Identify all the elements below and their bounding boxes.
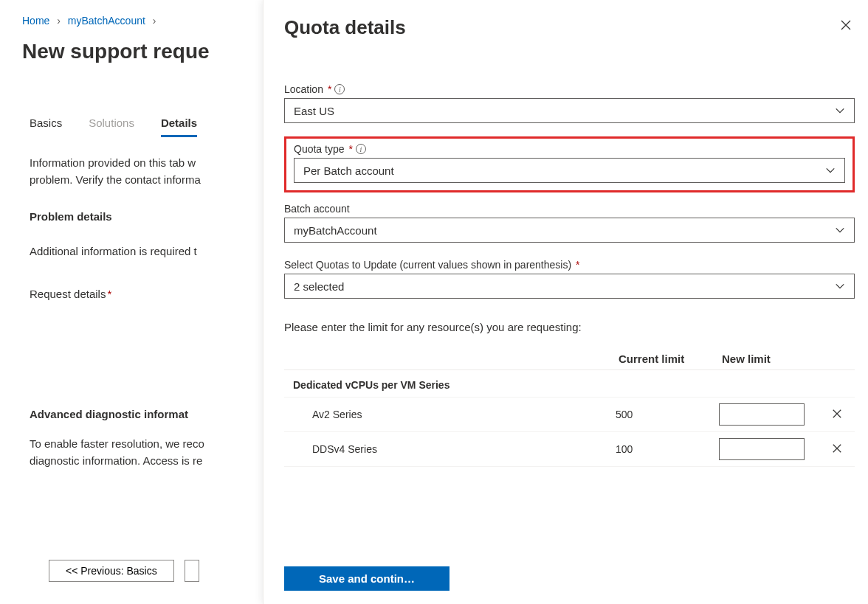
remove-row-button[interactable] xyxy=(832,443,842,456)
tab-basics[interactable]: Basics xyxy=(30,117,62,137)
new-limit-input[interactable] xyxy=(719,438,805,460)
breadcrumb-separator: › xyxy=(153,15,156,27)
row-current: 500 xyxy=(616,409,719,420)
next-button-partial[interactable] xyxy=(185,560,199,582)
col-new-limit: New limit xyxy=(722,353,825,365)
panel-footer: Save and contin… xyxy=(284,553,855,591)
breadcrumb-separator: › xyxy=(57,15,61,27)
quota-type-select[interactable]: Per Batch account xyxy=(294,158,845,183)
chevron-down-icon xyxy=(835,281,845,291)
tab-solutions[interactable]: Solutions xyxy=(89,117,134,137)
close-button[interactable] xyxy=(837,16,855,38)
close-icon xyxy=(840,19,852,31)
chevron-down-icon xyxy=(825,165,836,176)
table-group-row: Dedicated vCPUs per VM Series xyxy=(284,370,855,398)
table-header: Current limit New limit xyxy=(284,353,855,370)
table-row: DDSv4 Series 100 xyxy=(284,432,855,467)
previous-button[interactable]: << Previous: Basics xyxy=(49,560,174,582)
info-icon[interactable]: i xyxy=(334,84,345,94)
close-icon xyxy=(832,443,842,454)
bottom-bar: << Previous: Basics xyxy=(49,560,199,582)
save-and-continue-button[interactable]: Save and contin… xyxy=(284,566,450,591)
quota-type-highlight: Quota type* i Per Batch account xyxy=(284,136,855,192)
breadcrumb-account[interactable]: myBatchAccount xyxy=(68,15,145,27)
row-name: DDSv4 Series xyxy=(287,443,616,455)
select-quotas-label: Select Quotas to Update (current values … xyxy=(284,259,855,271)
quota-details-panel: Quota details Location* i East US Quota … xyxy=(263,0,868,604)
chevron-down-icon xyxy=(835,105,845,116)
new-limit-input[interactable] xyxy=(719,403,805,426)
remove-row-button[interactable] xyxy=(832,409,842,421)
select-quotas-value: 2 selected xyxy=(294,280,344,293)
quota-type-label: Quota type* i xyxy=(294,143,845,155)
col-current-limit: Current limit xyxy=(619,353,722,365)
location-label: Location* i xyxy=(284,83,855,95)
location-select[interactable]: East US xyxy=(284,98,855,123)
info-icon[interactable]: i xyxy=(356,144,366,154)
close-icon xyxy=(832,409,842,419)
batch-account-value: myBatchAccount xyxy=(294,224,377,237)
tab-details[interactable]: Details xyxy=(161,117,197,137)
batch-account-select[interactable]: myBatchAccount xyxy=(284,218,855,243)
chevron-down-icon xyxy=(835,225,845,235)
quota-type-value: Per Batch account xyxy=(303,164,394,177)
instruction-text: Please enter the limit for any resource(… xyxy=(284,321,855,333)
row-current: 100 xyxy=(616,443,719,455)
breadcrumb-home[interactable]: Home xyxy=(22,15,49,27)
select-quotas-dropdown[interactable]: 2 selected xyxy=(284,274,855,299)
row-name: Av2 Series xyxy=(287,409,616,420)
quota-table: Current limit New limit Dedicated vCPUs … xyxy=(284,353,855,467)
table-row: Av2 Series 500 xyxy=(284,398,855,432)
panel-title: Quota details xyxy=(284,16,406,39)
batch-account-label: Batch account xyxy=(284,203,855,215)
location-value: East US xyxy=(294,105,334,117)
